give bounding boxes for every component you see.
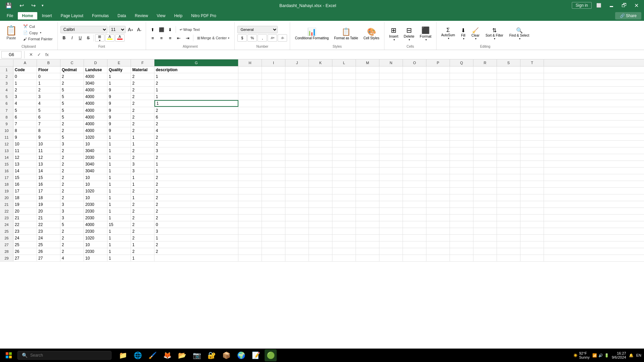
cell-i-12[interactable] bbox=[262, 141, 285, 147]
cell-o-29[interactable] bbox=[403, 255, 426, 261]
cell-m-2[interactable] bbox=[356, 73, 379, 80]
share-button[interactable]: 🔗 Share bbox=[615, 12, 641, 19]
cell-k-16[interactable] bbox=[309, 168, 332, 174]
cell-s-18[interactable] bbox=[497, 181, 520, 187]
cell-l-10[interactable] bbox=[332, 127, 356, 134]
tab-view[interactable]: View bbox=[153, 12, 170, 19]
cell-a-8[interactable]: 6 bbox=[13, 114, 37, 120]
cell-o-3[interactable] bbox=[403, 80, 426, 86]
cell-r-16[interactable] bbox=[473, 168, 497, 174]
cell-k-9[interactable] bbox=[309, 121, 332, 127]
cell-g-6[interactable]: 1 bbox=[154, 100, 238, 107]
cell-b-21[interactable]: 19 bbox=[37, 201, 60, 208]
cell-e-14[interactable]: 1 bbox=[107, 154, 131, 161]
cell-r-9[interactable] bbox=[473, 121, 497, 127]
cell-q-29[interactable] bbox=[450, 255, 473, 261]
cell-k-8[interactable] bbox=[309, 114, 332, 120]
cell-s-29[interactable] bbox=[497, 255, 520, 261]
cell-n-22[interactable] bbox=[379, 208, 403, 214]
cell-m-6[interactable] bbox=[356, 100, 379, 107]
number-format-select[interactable]: General bbox=[237, 26, 278, 33]
cell-a-7[interactable]: 5 bbox=[13, 107, 37, 114]
row-num-28[interactable]: 28 bbox=[0, 248, 13, 255]
start-button[interactable] bbox=[3, 349, 15, 361]
row-num-25[interactable]: 25 bbox=[0, 228, 13, 234]
cell-j-6[interactable] bbox=[285, 100, 309, 107]
cell-g-9[interactable]: 2 bbox=[154, 121, 238, 127]
cell-g-7[interactable]: 2 bbox=[154, 107, 238, 114]
cell-c-29[interactable]: 4 bbox=[60, 255, 84, 261]
taskbar-word[interactable]: 📝 bbox=[250, 349, 262, 361]
cell-r-7[interactable] bbox=[473, 107, 497, 114]
cell-e-4[interactable]: 9 bbox=[107, 87, 131, 93]
cell-r-19[interactable] bbox=[473, 188, 497, 194]
cell-c-13[interactable]: 2 bbox=[60, 147, 84, 154]
cell-j-13[interactable] bbox=[285, 147, 309, 154]
cell-d-2[interactable]: 4000 bbox=[84, 73, 107, 80]
taskbar-firefox[interactable]: 🦊 bbox=[161, 349, 173, 361]
cell-p-17[interactable] bbox=[426, 174, 450, 181]
cell-q-15[interactable] bbox=[450, 161, 473, 167]
cell-l-5[interactable] bbox=[332, 93, 356, 100]
cell-m-10[interactable] bbox=[356, 127, 379, 134]
cell-f-12[interactable]: 1 bbox=[131, 141, 154, 147]
row-num-9[interactable]: 9 bbox=[0, 121, 13, 127]
cell-t-15[interactable] bbox=[520, 161, 544, 167]
cell-c-28[interactable]: 2 bbox=[60, 248, 84, 255]
cell-d-29[interactable]: 10 bbox=[84, 255, 107, 261]
cell-s-27[interactable] bbox=[497, 241, 520, 248]
cell-p-18[interactable] bbox=[426, 181, 450, 187]
cell-i-29[interactable] bbox=[262, 255, 285, 261]
cell-o-15[interactable] bbox=[403, 161, 426, 167]
cell-j-2[interactable] bbox=[285, 73, 309, 80]
cell-o-10[interactable] bbox=[403, 127, 426, 134]
cell-b-10[interactable]: 8 bbox=[37, 127, 60, 134]
cell-g-5[interactable]: 1 bbox=[154, 93, 238, 100]
cell-h-24[interactable] bbox=[238, 221, 262, 228]
tab-insert[interactable]: Insert bbox=[38, 12, 56, 19]
cell-i-2[interactable] bbox=[262, 73, 285, 80]
cell-f-3[interactable]: 2 bbox=[131, 80, 154, 86]
cell-p-24[interactable] bbox=[426, 221, 450, 228]
col-header-k[interactable]: K bbox=[309, 59, 332, 66]
cell-k-12[interactable] bbox=[309, 141, 332, 147]
paste-button[interactable]: 📋 Paste bbox=[3, 24, 20, 41]
tab-data[interactable]: Data bbox=[113, 12, 130, 19]
cell-b-17[interactable]: 15 bbox=[37, 174, 60, 181]
cell-o-9[interactable] bbox=[403, 121, 426, 127]
cell-l-16[interactable] bbox=[332, 168, 356, 174]
cell-h-21[interactable] bbox=[238, 201, 262, 208]
cell-g-29[interactable] bbox=[154, 255, 238, 261]
cell-j-22[interactable] bbox=[285, 208, 309, 214]
notification-icon[interactable]: 🔔 bbox=[629, 353, 634, 358]
cell-i-19[interactable] bbox=[262, 188, 285, 194]
cell-m-23[interactable] bbox=[356, 215, 379, 221]
cell-r-25[interactable] bbox=[473, 228, 497, 234]
cell-t-4[interactable] bbox=[520, 87, 544, 93]
cell-q-20[interactable] bbox=[450, 194, 473, 201]
cell-e-27[interactable]: 1 bbox=[107, 241, 131, 248]
cell-s-14[interactable] bbox=[497, 154, 520, 161]
formula-function-button[interactable]: fx bbox=[43, 51, 51, 58]
font-size-select[interactable]: 11 bbox=[109, 26, 126, 33]
cell-n-17[interactable] bbox=[379, 174, 403, 181]
cell-h-16[interactable] bbox=[238, 168, 262, 174]
cell-c-2[interactable]: 2 bbox=[60, 73, 84, 80]
cell-o-8[interactable] bbox=[403, 114, 426, 120]
format-table-button[interactable]: 📋 Format as Table bbox=[332, 26, 360, 41]
cell-t-6[interactable] bbox=[520, 100, 544, 107]
cell-h-12[interactable] bbox=[238, 141, 262, 147]
redo-button[interactable]: ↪ bbox=[29, 2, 38, 9]
cell-d-23[interactable]: 2030 bbox=[84, 215, 107, 221]
row-num-14[interactable]: 14 bbox=[0, 154, 13, 161]
cell-f-15[interactable]: 3 bbox=[131, 161, 154, 167]
cell-c-16[interactable]: 2 bbox=[60, 168, 84, 174]
cell-a-12[interactable]: 10 bbox=[13, 141, 37, 147]
cell-o-16[interactable] bbox=[403, 168, 426, 174]
cell-t-10[interactable] bbox=[520, 127, 544, 134]
minimize-button[interactable]: 🗕 bbox=[606, 2, 617, 9]
cell-j-27[interactable] bbox=[285, 241, 309, 248]
cell-q-10[interactable] bbox=[450, 127, 473, 134]
cell-p-13[interactable] bbox=[426, 147, 450, 154]
cell-k-22[interactable] bbox=[309, 208, 332, 214]
